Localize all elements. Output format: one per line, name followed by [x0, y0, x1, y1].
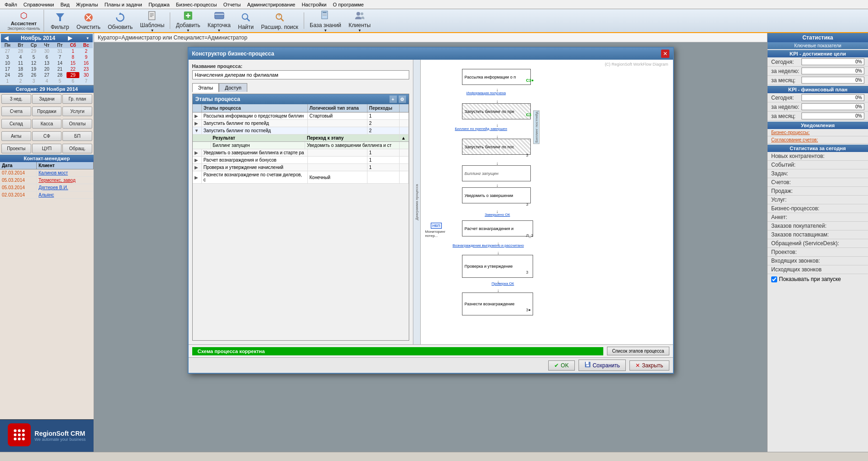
stage-action[interactable]: [400, 149, 409, 156]
table-row[interactable]: ▶ Расчет вознаграждения и бонусов 1: [193, 157, 409, 164]
cal-day-4c[interactable]: 4: [40, 78, 54, 84]
diag-connector-5[interactable]: Проверка ОК: [492, 281, 514, 286]
cal-day-16[interactable]: 16: [79, 60, 93, 66]
cal-day-22[interactable]: 22: [67, 66, 80, 72]
cal-day-25[interactable]: 25: [14, 72, 28, 78]
stage-expand-btn[interactable]: ▶: [193, 112, 202, 119]
diag-connector-2[interactable]: Биллинг по препейд завершен: [455, 127, 507, 131]
sidebar-btn-sf[interactable]: СФ: [32, 131, 62, 141]
cal-day-5[interactable]: 5: [27, 54, 40, 60]
cm-client[interactable]: Альянс: [37, 191, 94, 198]
cal-day-4[interactable]: 4: [14, 54, 28, 60]
cal-day-28b[interactable]: 28: [53, 72, 67, 78]
diag-block-8[interactable]: Разнести вознаграждение: [462, 292, 533, 315]
cal-day-26[interactable]: 26: [27, 72, 40, 78]
stage-action[interactable]: [400, 127, 409, 134]
sidebar-btn-services[interactable]: Услуги: [62, 107, 92, 116]
table-row[interactable]: ▶ Разнести вознаграждение по счетам диле…: [193, 171, 409, 184]
stage-expand-btn[interactable]: ▶: [193, 149, 202, 156]
process-name-input[interactable]: [192, 70, 409, 79]
cal-day-29-today[interactable]: 29: [67, 72, 80, 78]
cal-day-2c[interactable]: 2: [14, 78, 28, 84]
list-item[interactable]: 05.03.2014 Термотекс, завод: [0, 177, 94, 184]
toolbar-filter[interactable]: Фильтр: [48, 10, 72, 32]
calendar-next[interactable]: ▶: [67, 35, 73, 41]
stage-expand-btn[interactable]: ▶: [193, 120, 202, 127]
stage-action[interactable]: [400, 171, 409, 183]
diag-nbp-box[interactable]: НБП: [431, 223, 442, 229]
cal-day-19[interactable]: 19: [27, 66, 40, 72]
toolbar-clients[interactable]: Клиенты ▼: [346, 8, 373, 34]
sidebar-btn-acts[interactable]: Акты: [1, 131, 31, 141]
cal-day-3c[interactable]: 3: [27, 78, 40, 84]
calendar-expand[interactable]: ▼: [84, 36, 91, 40]
cal-day-30b[interactable]: 30: [79, 72, 93, 78]
cal-day-7c[interactable]: 7: [79, 78, 93, 84]
stage-action[interactable]: [400, 164, 409, 171]
sidebar-btn-tasks[interactable]: Задачи: [32, 94, 62, 104]
cal-day-15[interactable]: 15: [67, 60, 80, 66]
rp-kpi-goal-today-value[interactable]: [801, 58, 864, 65]
toolbar-clear[interactable]: Очистить: [74, 10, 103, 32]
stage-expand-btn[interactable]: ▼: [193, 127, 202, 134]
diag-block-1[interactable]: Рассылка информации о п: [462, 69, 531, 85]
diag-block-5[interactable]: Уведомить о завершении: [462, 187, 531, 203]
stage-action[interactable]: [400, 120, 409, 127]
menu-business-processes[interactable]: Бизнес-процессы: [173, 1, 220, 8]
sidebar-btn-projects[interactable]: Проекты: [1, 144, 31, 153]
sidebar-btn-3weeks[interactable]: 3 нед.: [1, 94, 31, 104]
diag-block-7[interactable]: Проверка и утверждение: [462, 255, 533, 278]
toolbar-templates[interactable]: Шаблоны ▼: [137, 8, 167, 34]
diag-connector-3[interactable]: Завершено ОК: [485, 213, 510, 217]
table-row[interactable]: ▶ Рассылка информации о предстоящем билл…: [193, 112, 409, 120]
sub-scroll-icon[interactable]: ▲: [401, 135, 406, 141]
cal-day-30[interactable]: 30: [40, 48, 54, 54]
diag-block-4[interactable]: Биллинг запущен: [462, 165, 531, 181]
sidebar-btn-accounts[interactable]: Счета: [1, 107, 31, 116]
cal-day-28[interactable]: 28: [14, 48, 28, 54]
dialog-ok-button[interactable]: ✔ OK: [548, 360, 574, 371]
show-on-startup-checkbox[interactable]: [771, 276, 777, 282]
cm-client[interactable]: Дягтерев В.И.: [37, 184, 94, 191]
cal-day-5c[interactable]: 5: [53, 78, 67, 84]
cal-day-12[interactable]: 12: [27, 60, 40, 66]
cal-day-21[interactable]: 21: [53, 66, 67, 72]
sidebar-btn-group-plan[interactable]: Гр. план: [62, 94, 92, 104]
cal-day-27[interactable]: 27: [1, 48, 14, 54]
toolbar-knowledge-base[interactable]: База знаний ▼: [307, 8, 344, 34]
diag-block-3[interactable]: Запустить биллинг по пос: [462, 139, 531, 155]
table-row[interactable]: ▼ Запустить биллинг по постпейд 2: [193, 127, 409, 135]
menu-sales[interactable]: Продажа: [146, 1, 172, 8]
menu-administration[interactable]: Администрирование: [245, 1, 298, 8]
menu-references[interactable]: Справочники: [21, 1, 57, 8]
stage-expand-btn[interactable]: ▶: [193, 171, 202, 183]
calendar-prev[interactable]: ◀: [3, 35, 10, 41]
cal-day-9[interactable]: 9: [79, 54, 93, 60]
diag-block-6[interactable]: Расчет вознаграждения и: [462, 220, 533, 236]
menu-view[interactable]: Вид: [58, 1, 72, 8]
cal-day-31[interactable]: 31: [53, 48, 67, 54]
tab-stages[interactable]: Этапы: [192, 83, 219, 92]
diag-block-2[interactable]: Запустить биллинг по пре: [462, 103, 531, 119]
dialog-close-bottom-button[interactable]: ✕ Закрыть: [629, 360, 669, 371]
cal-day-6[interactable]: 6: [40, 54, 54, 60]
cal-day-27b[interactable]: 27: [40, 72, 54, 78]
cal-day-23[interactable]: 23: [79, 66, 93, 72]
sidebar-btn-appeals[interactable]: Обращ.: [62, 144, 92, 153]
menu-reports[interactable]: Отчеты: [221, 1, 244, 8]
stage-action[interactable]: [400, 112, 409, 119]
stages-list-btn[interactable]: Список этапов процесса: [607, 347, 669, 355]
cal-day-11[interactable]: 11: [14, 60, 28, 66]
cal-day-3[interactable]: 3: [1, 54, 14, 60]
rp-kpi-finance-week-value[interactable]: [801, 103, 864, 110]
list-item[interactable]: 02.03.2014 Альянс: [0, 191, 94, 199]
cal-day-29[interactable]: 29: [27, 48, 40, 54]
tab-access[interactable]: Доступ: [219, 83, 247, 92]
rp-kpi-goal-month-value[interactable]: [801, 77, 864, 84]
stage-expand-btn[interactable]: ▶: [193, 164, 202, 171]
table-row[interactable]: ▶ Запустить биллинг по препейд 2: [193, 120, 409, 127]
cal-day-7[interactable]: 7: [53, 54, 67, 60]
sidebar-btn-warehouse[interactable]: Склад: [1, 119, 31, 129]
cal-day-24[interactable]: 24: [1, 72, 14, 78]
table-row[interactable]: ▶ Уведомить о завершении биллинга и стар…: [193, 149, 409, 157]
